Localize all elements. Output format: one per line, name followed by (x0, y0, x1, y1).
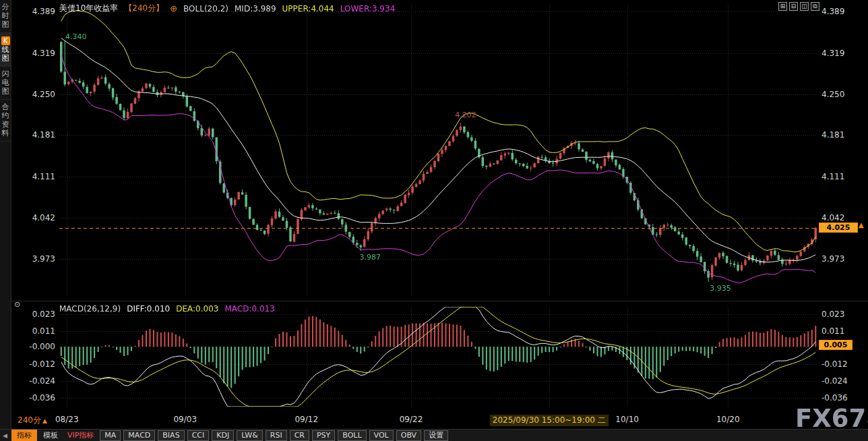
trading-terminal: 分时图K线图闪电图合约资料 美债10年收益率 【240分】 ⊕ BOLL(20,… (0, 0, 868, 441)
macd-tick-label: -0.036 (20, 393, 55, 403)
price-tick-label: 4.181 (20, 130, 55, 140)
time-tick-label: 09/12 (294, 415, 318, 424)
macd-tick-label: 0.023 (822, 310, 862, 319)
macd-tick-label: -0.024 (822, 376, 862, 386)
macd-tick-label: -0.012 (822, 359, 862, 369)
sidebar-item-contract-info[interactable]: 合约资料 (0, 100, 11, 142)
boll-indicator-label: BOLL(20,2) (183, 4, 228, 13)
price-tick-label: 3.973 (822, 254, 862, 264)
price-tick-label: 4.111 (822, 172, 862, 181)
macd-tick-label: 0.011 (822, 326, 862, 336)
bias-button[interactable]: BIAS (158, 430, 184, 441)
macd-chart[interactable] (59, 307, 817, 407)
boll-lower-value: LOWER:3.934 (340, 4, 396, 13)
price-tick-label: 4.319 (20, 49, 55, 58)
chart-header: 美债10年收益率 【240分】 ⊕ BOLL(20,2) MID:3.989 U… (59, 3, 395, 14)
sidebar-item-char: 时 (2, 12, 9, 20)
template-tab[interactable]: 模板 (40, 430, 61, 441)
instrument-title: 美债10年收益率 (59, 3, 118, 14)
left-sidebar: 分时图K线图闪电图合约资料 (0, 0, 11, 429)
psy-button[interactable]: PSY (312, 430, 335, 441)
sidebar-item-char: 资 (2, 121, 9, 129)
time-tick-label: 10/20 (716, 415, 740, 424)
toolbar-back-icon[interactable]: ◀ (3, 432, 7, 439)
time-tick-label: 08/23 (55, 415, 79, 424)
settings-button[interactable]: 设置 (424, 430, 448, 441)
period-selector[interactable]: 240分▲ (18, 415, 47, 426)
macd-tick-label: -0.012 (20, 359, 55, 369)
panel-divider (11, 301, 868, 301)
cascade-window-icon[interactable]: ⧉ (811, 2, 819, 11)
window-controls: ⊞⊟◫⧉ (778, 2, 819, 11)
price-tick-label: 4.319 (822, 49, 862, 58)
price-tick-label: 4.042 (822, 213, 862, 223)
kdj-button[interactable]: KDJ (212, 430, 234, 441)
sidebar-item-char: 电 (2, 79, 9, 87)
sidebar-item-char: 合 (2, 103, 9, 111)
sidebar-item-flash-chart[interactable]: 闪电图 (0, 67, 11, 100)
price-tick-label: 4.389 (20, 7, 55, 16)
vol-button[interactable]: VOL (369, 430, 394, 441)
price-annotation: 3.987 (360, 253, 381, 262)
sidebar-item-char: 料 (2, 129, 9, 138)
boll-button[interactable]: BOLL (338, 430, 366, 441)
price-annotation: 4.340 (65, 32, 87, 41)
obv-button[interactable]: OBV (396, 430, 421, 441)
price-tick-label: 4.389 (822, 7, 862, 16)
macd-diff-value: DIFF:0.010 (127, 304, 170, 314)
price-marker-arrow: ▲ (859, 221, 864, 229)
time-tick-label: 09/22 (400, 415, 423, 424)
bottom-toolbar: ◀指标模板VIP指标MAMACDBIASCCIKDJLW&RSICRPSYBOL… (0, 429, 868, 441)
price-tick-label: 3.973 (20, 254, 55, 264)
macd-tick-label: -0.036 (822, 393, 862, 403)
macd-tick-label: -0.000 (20, 342, 55, 351)
last-price-badge: 4.025 (819, 223, 858, 233)
split-window-icon[interactable]: ⊟ (789, 2, 798, 11)
tile-window-icon[interactable]: ◫ (800, 2, 809, 11)
sidebar-item-char: 分 (2, 3, 9, 11)
k-badge-icon: K (1, 36, 10, 45)
watermark: FX678 (795, 404, 868, 433)
macd-button[interactable]: MACD (123, 430, 155, 441)
cr-button[interactable]: CR (290, 430, 309, 441)
macd-indicator-label: MACD(26,12,9) (59, 304, 121, 314)
price-tick-label: 4.042 (20, 213, 55, 223)
price-tick-label: 4.111 (20, 172, 55, 181)
price-annotation: 4.202 (455, 111, 476, 119)
sidebar-item-char: 约 (2, 112, 9, 120)
add-window-icon[interactable]: ⊞ (778, 2, 787, 11)
time-tick-label: 10/10 (615, 415, 639, 424)
up-triangle-icon: ▲ (42, 417, 47, 424)
macd-tick-label: 0.011 (20, 326, 55, 336)
sidebar-item-time-chart[interactable]: 分时图 (0, 0, 11, 33)
lwr-button[interactable]: LW& (237, 430, 263, 441)
sidebar-item-char: 线 (2, 46, 9, 54)
period-tag: 【240分】 (124, 3, 164, 14)
period-selector-label: 240分 (18, 415, 41, 425)
macd-tick-label: -0.024 (20, 376, 55, 386)
macd-macd-value: MACD:0.013 (224, 304, 274, 314)
price-annotation: 3.935 (710, 284, 731, 293)
cci-button[interactable]: CCI (187, 430, 210, 441)
vip-indicator-tab[interactable]: VIP指标 (64, 430, 97, 441)
macd-dea-value: DEA:0.003 (176, 304, 218, 314)
link-icon[interactable]: ⊕ (170, 3, 177, 13)
time-tick-label: 09/03 (173, 415, 197, 424)
macd-tick-label: 0.023 (20, 310, 55, 319)
selected-time-label: 2025/09/30 15:00~19:00 二 (490, 415, 609, 426)
sidebar-item-char: 闪 (2, 70, 9, 78)
main-price-chart[interactable] (59, 5, 817, 295)
sidebar-item-kline-chart[interactable]: K线图 (0, 33, 11, 67)
rsi-button[interactable]: RSI (266, 430, 287, 441)
boll-upper-value: UPPER:4.044 (282, 4, 334, 13)
ma-button[interactable]: MA (100, 430, 121, 441)
sidebar-item-char: 图 (2, 88, 9, 96)
boll-mid-value: MID:3.989 (235, 4, 276, 13)
sidebar-item-char: 图 (2, 55, 9, 63)
sidebar-item-char: 图 (2, 21, 9, 29)
price-tick-label: 4.250 (822, 90, 862, 99)
panel-toggle-icon[interactable]: ⊙ (14, 300, 20, 309)
price-tick-label: 4.250 (20, 90, 55, 99)
macd-header: MACD(26,12,9) DIFF:0.010 DEA:0.003 MACD:… (59, 304, 275, 314)
indicator-tab[interactable]: 指标 (11, 430, 37, 441)
